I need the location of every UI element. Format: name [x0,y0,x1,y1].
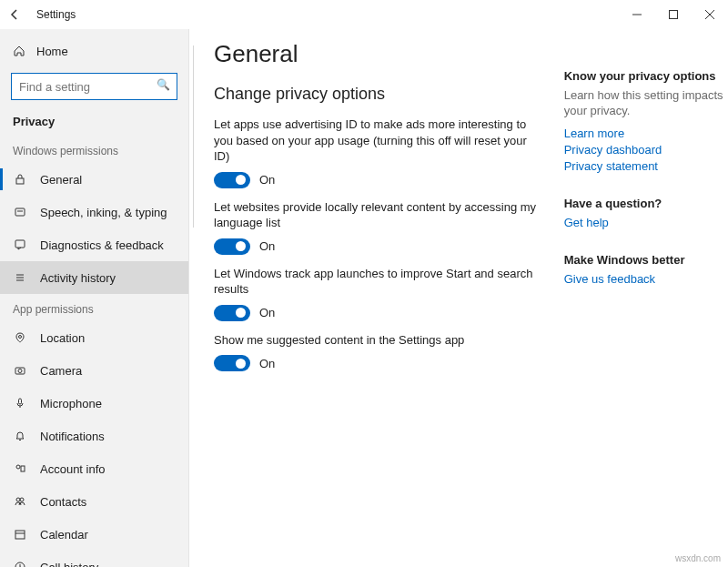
link-give-feedback[interactable]: Give us feedback [564,272,728,286]
maximize-button[interactable] [655,0,692,29]
feedback-icon [13,238,27,252]
nav-label: Call history [40,561,98,568]
microphone-icon [13,396,27,410]
sidebar-item-calendar[interactable]: Calendar [0,518,188,551]
sidebar-item-general[interactable]: General [0,163,188,196]
sidebar-item-home[interactable]: Home [0,35,188,67]
aside-title-privacy: Know your privacy options [564,69,728,83]
option-description: Show me suggested content in the Setting… [214,332,542,349]
page-title: General [214,40,542,68]
aside-title-feedback: Make Windows better [564,253,728,267]
nav-label: General [40,173,82,187]
sidebar-item-diagnostics[interactable]: Diagnostics & feedback [0,228,188,261]
toggle-state: On [259,306,275,319]
calendar-icon [13,527,27,542]
sidebar-item-camera[interactable]: Camera [0,354,188,387]
svg-rect-5 [15,208,25,216]
sidebar-item-account-info[interactable]: Account info [0,452,188,485]
aside-title-question: Have a question? [564,197,728,210]
link-get-help[interactable]: Get help [564,216,728,229]
contacts-icon [13,494,27,509]
toggle-track-launches[interactable] [214,305,250,321]
nav-label: Diagnostics & feedback [40,238,164,252]
vertical-divider [193,46,194,228]
lock-icon [13,172,27,187]
toggle-state: On [259,173,275,187]
home-label: Home [36,45,68,58]
nav-label: Contacts [40,495,86,509]
svg-rect-1 [670,11,678,19]
option-description: Let apps use advertising ID to make ads … [214,116,542,165]
page-subtitle: Change privacy options [214,85,542,104]
list-icon [13,270,27,285]
title-bar: Settings [0,0,728,29]
nav-label: Account info [40,462,106,476]
group-label-windows-permissions: Windows permissions [0,136,188,163]
svg-point-18 [16,498,20,501]
nav-label: Microphone [40,397,102,410]
sidebar-item-location[interactable]: Location [0,321,188,354]
nav-label: Location [40,331,85,345]
close-button[interactable] [692,0,728,29]
group-label-app-permissions: App permissions [0,294,188,321]
sidebar-item-call-history[interactable]: Call history [0,551,188,567]
nav-label: Speech, inking, & typing [40,206,167,219]
watermark: wsxdn.com [675,553,721,563]
svg-point-11 [19,336,22,339]
toggle-suggested-content[interactable] [214,355,250,371]
bell-icon [13,429,27,443]
sidebar: Home 🔍 Privacy Windows permissions Gener… [0,29,189,567]
main-content: General Change privacy options Let apps … [214,40,542,567]
nav-label: Activity history [40,271,116,285]
minimize-button[interactable] [619,0,655,29]
aside-panel: Know your privacy options Learn how this… [564,40,728,567]
toggle-state: On [259,357,275,370]
svg-rect-14 [19,399,22,404]
option-description: Let websites provide locally relevant co… [214,199,542,231]
link-learn-more[interactable]: Learn more [564,127,728,140]
nav-label: Notifications [40,430,105,443]
toggle-state: On [259,239,275,253]
back-arrow-icon [8,8,21,21]
location-icon [13,330,27,345]
svg-rect-20 [15,531,25,539]
sidebar-item-activity-history[interactable]: Activity history [0,261,188,294]
option-suggested-content: Show me suggested content in the Setting… [214,332,542,372]
option-description: Let Windows track app launches to improv… [214,266,542,298]
back-button[interactable] [0,0,29,29]
option-advertising-id: Let apps use advertising ID to make ads … [214,116,542,188]
link-privacy-dashboard[interactable]: Privacy dashboard [564,143,728,157]
svg-point-16 [16,465,20,469]
account-icon [13,461,27,476]
home-icon [13,45,25,57]
aside-desc: Learn how this setting impacts your priv… [564,88,728,119]
svg-rect-4 [16,178,24,184]
speech-icon [13,205,27,219]
svg-rect-17 [21,466,25,471]
svg-rect-7 [15,240,25,248]
section-label-privacy: Privacy [0,109,188,136]
sidebar-item-microphone[interactable]: Microphone [0,387,188,420]
toggle-language-list[interactable] [214,238,250,255]
history-icon [13,560,27,567]
sidebar-item-contacts[interactable]: Contacts [0,485,188,518]
search-input[interactable] [11,73,177,100]
window-title: Settings [29,8,619,21]
nav-label: Calendar [40,528,88,542]
svg-point-13 [18,370,22,373]
sidebar-item-speech[interactable]: Speech, inking, & typing [0,196,188,228]
option-track-launches: Let Windows track app launches to improv… [214,266,542,321]
nav-label: Camera [40,364,82,378]
toggle-advertising-id[interactable] [214,172,250,188]
svg-point-19 [20,498,24,501]
link-privacy-statement[interactable]: Privacy statement [564,159,728,173]
camera-icon [13,363,27,378]
sidebar-item-notifications[interactable]: Notifications [0,420,188,452]
option-language-list: Let websites provide locally relevant co… [214,199,542,255]
